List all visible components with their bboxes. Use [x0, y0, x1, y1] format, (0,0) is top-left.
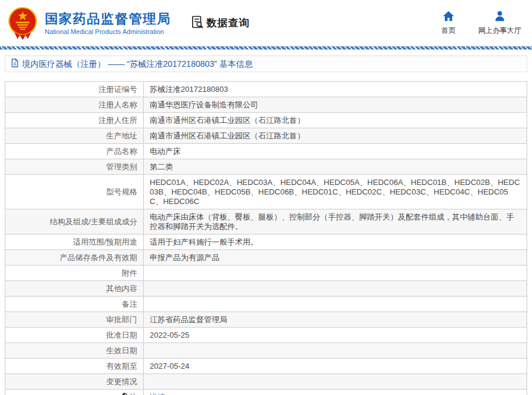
org-name-cn: 国家药品监督管理局 [45, 11, 171, 27]
person-icon [494, 11, 506, 24]
row-value: 电动产床 [144, 144, 527, 159]
row-label: 附件 [5, 266, 144, 281]
registration-detail-table: 注册证编号 苏械注准20172180803 注册人名称 南通华恩医疗设备制造有限… [5, 81, 527, 395]
row-value [144, 343, 527, 359]
row-label: 备注 [5, 297, 144, 312]
row-value: 申报产品为有源产品 [144, 250, 527, 266]
table-row: 型号规格 HEDC01A、HEDC02A、HEDC03A、HEDC04A、HED… [5, 175, 527, 209]
table-row: 备注 [5, 297, 527, 312]
row-value: 南通市通州区石港镇工业园区（石江路北首） [144, 128, 527, 144]
table-row: 注册人住所 南通市通州区石港镇工业园区（石江路北首） [5, 113, 527, 128]
row-label: 注册证编号 [5, 82, 144, 97]
note-label-text: 注 [129, 393, 137, 395]
row-value: 适用于妇产科施行一般手术用。 [144, 234, 527, 250]
row-value: 2022-05-25 [144, 328, 527, 343]
national-emblem-logo [6, 6, 39, 41]
table-row: 产品储存条件及有效期 申报产品为有源产品 [5, 250, 527, 266]
row-value: 详情 [144, 390, 527, 395]
row-value: 南通市通州区石港镇工业园区（石江路北首） [144, 113, 527, 128]
pin-icon [122, 393, 128, 395]
table-row: 有效期至 2027-05-24 [5, 359, 527, 374]
row-value: HEDC01A、HEDC02A、HEDC03A、HEDC04A、HEDC05A、… [144, 175, 527, 209]
table-row: 生效日期 [5, 343, 527, 359]
breadcrumb-text: 境内医疗器械（注册） —— “苏械注准20172180803” 基本信息 [22, 59, 253, 69]
row-label: 生产地址 [5, 128, 144, 144]
header-separator [0, 46, 532, 50]
breadcrumb: 境内医疗器械（注册） —— “苏械注准20172180803” 基本信息 [5, 55, 527, 72]
table-row: 管理类别 第二类 [5, 159, 527, 175]
table-row: 附件 [5, 266, 527, 281]
row-label: 注册人住所 [5, 113, 144, 128]
row-value [144, 266, 527, 281]
row-label: 注册人名称 [5, 97, 144, 113]
row-label: 注 [5, 390, 144, 395]
row-value: 2027-05-24 [144, 359, 527, 374]
nav-item-home[interactable]: 首页 [441, 11, 456, 36]
row-value [144, 374, 527, 390]
table-row: 生产地址 南通市通州区石港镇工业园区（石江路北首） [5, 128, 527, 144]
data-query-nav[interactable]: 数据查询 [190, 15, 250, 32]
row-value [144, 281, 527, 297]
table-row: 其他内容 [5, 281, 527, 297]
row-label: 变更情况 [5, 374, 144, 390]
table-row: 适用范围/预期用途 适用于妇产科施行一般手术用。 [5, 234, 527, 250]
row-label: 生效日期 [5, 343, 144, 359]
table-row: 注册证编号 苏械注准20172180803 [5, 82, 527, 97]
data-query-label: 数据查询 [207, 16, 250, 30]
table-row: 批准日期 2022-05-25 [5, 328, 527, 343]
document-search-icon [190, 15, 205, 32]
row-value [144, 297, 527, 312]
row-label: 审批部门 [5, 312, 144, 328]
home-icon [443, 11, 454, 24]
row-value: 南通华恩医疗设备制造有限公司 [144, 97, 527, 113]
row-label: 产品储存条件及有效期 [5, 250, 144, 266]
row-label: 结构及组成/主要组成成分 [5, 209, 144, 234]
row-label: 适用范围/预期用途 [5, 234, 144, 250]
document-icon [11, 58, 18, 69]
row-label: 管理类别 [5, 159, 144, 175]
org-names: 国家药品监督管理局 National Medical Products Admi… [45, 11, 171, 36]
row-label: 批准日期 [5, 328, 144, 343]
nav-home-label: 首页 [441, 26, 456, 36]
row-label: 其他内容 [5, 281, 144, 297]
table-row: 注 详情 [5, 390, 527, 395]
row-value: 第二类 [144, 159, 527, 175]
table-row: 注册人名称 南通华恩医疗设备制造有限公司 [5, 97, 527, 113]
logo-link[interactable]: 国家药品监督管理局 National Medical Products Admi… [6, 6, 171, 41]
row-value: 苏械注准20172180803 [144, 82, 527, 97]
row-label: 有效期至 [5, 359, 144, 374]
table-row: 审批部门 江苏省药品监督管理局 [5, 312, 527, 328]
nav-service-hall-label: 网上办事大厅 [478, 26, 521, 36]
table-row: 产品名称 电动产床 [5, 144, 527, 159]
table-row: 结构及组成/主要组成成分 电动产床由床体（背板、臀板、腿板）、控制部分（手控器、… [5, 209, 527, 234]
row-value: 江苏省药品监督管理局 [144, 312, 527, 328]
table-row: 变更情况 [5, 374, 527, 390]
header-nav: 首页 网上办事大厅 [441, 11, 521, 36]
row-value: 电动产床由床体（背板、臀板、腿板）、控制部分（手控器、脚踏开关）及配套件组成，其… [144, 209, 527, 234]
nav-item-service-hall[interactable]: 网上办事大厅 [478, 11, 521, 36]
org-name-en: National Medical Products Administration [45, 27, 171, 36]
row-label: 产品名称 [5, 144, 144, 159]
site-header: 国家药品监督管理局 National Medical Products Admi… [0, 0, 532, 46]
detail-link[interactable]: 详情 [150, 393, 165, 395]
row-label: 型号规格 [5, 175, 144, 209]
